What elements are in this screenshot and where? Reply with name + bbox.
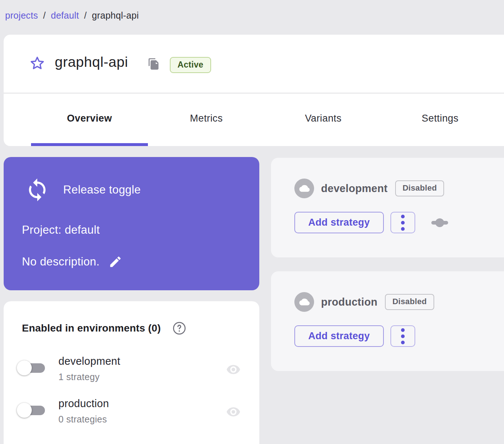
toggle-description-row: No description. xyxy=(22,255,122,269)
env-toggle-development[interactable] xyxy=(17,360,50,376)
env-row-strategy-count: 0 strategies xyxy=(58,414,107,425)
breadcrumb-link-default[interactable]: default xyxy=(51,10,79,21)
breadcrumb: projects / default / graphql-api xyxy=(5,10,139,21)
tab-metrics[interactable]: Metrics xyxy=(148,93,265,143)
breadcrumb-link-projects[interactable]: projects xyxy=(5,10,38,21)
toggle-description: No description. xyxy=(22,255,100,268)
page-title: graphql-api xyxy=(55,54,128,70)
toggle-project-label: Project: default xyxy=(22,223,100,237)
edit-description-icon[interactable] xyxy=(108,255,122,269)
env-row-name: development xyxy=(58,355,120,367)
status-badge: Active xyxy=(170,57,211,73)
feature-header-card: graphql-api Active Overview Metrics Vari… xyxy=(4,35,504,146)
active-tab-indicator xyxy=(31,143,148,146)
tab-settings[interactable]: Settings xyxy=(382,93,499,143)
environment-name: development xyxy=(321,183,387,195)
environment-status-badge: Disabled xyxy=(385,294,434,310)
env-row-name: production xyxy=(58,398,109,410)
visibility-eye-icon[interactable] xyxy=(225,405,242,419)
favorite-star-icon[interactable] xyxy=(29,56,45,72)
environment-menu-button[interactable] xyxy=(390,212,415,233)
environment-menu-button[interactable] xyxy=(390,325,415,347)
tab-overview[interactable]: Overview xyxy=(31,93,148,143)
tabs-bar: Overview Metrics Variants Settings xyxy=(31,93,499,143)
enabled-environments-card: Enabled in environments (0) development … xyxy=(4,301,259,444)
enabled-environments-title: Enabled in environments (0) xyxy=(22,322,161,334)
breadcrumb-separator: / xyxy=(43,10,46,21)
breadcrumb-separator: / xyxy=(84,10,87,21)
strategy-slider-icon xyxy=(431,218,448,227)
add-strategy-button[interactable]: Add strategy xyxy=(294,212,384,233)
toggle-type-card: Release toggle Project: default No descr… xyxy=(4,157,259,290)
environment-name: production xyxy=(321,296,377,308)
cloud-environment-icon xyxy=(294,179,314,198)
release-toggle-icon xyxy=(25,177,50,202)
add-strategy-button[interactable]: Add strategy xyxy=(294,325,384,347)
environment-status-badge: Disabled xyxy=(395,180,444,196)
visibility-eye-icon[interactable] xyxy=(225,362,242,377)
environment-card-development: development Disabled Add strategy xyxy=(271,158,504,257)
cloud-environment-icon xyxy=(294,292,314,312)
help-icon[interactable] xyxy=(172,321,186,335)
env-toggle-production[interactable] xyxy=(17,403,50,418)
copy-name-icon[interactable] xyxy=(148,57,160,71)
toggle-type-label: Release toggle xyxy=(63,183,141,196)
environment-card-production: production Disabled Add strategy xyxy=(271,271,504,371)
tab-variants[interactable]: Variants xyxy=(265,93,382,143)
env-row-strategy-count: 1 strategy xyxy=(58,372,100,382)
breadcrumb-current: graphql-api xyxy=(92,10,139,21)
